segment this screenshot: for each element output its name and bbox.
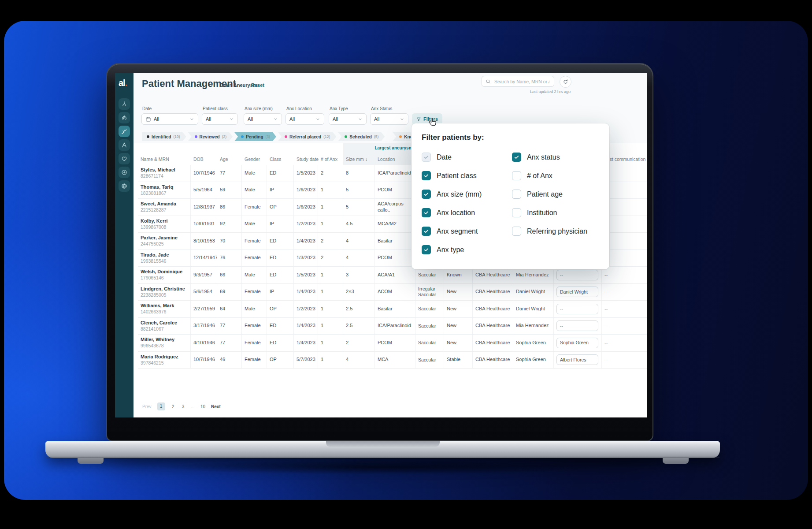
chevron-down-icon: [358, 117, 363, 122]
cell-phys: Sophia Green: [513, 352, 554, 369]
pill-count: (3): [266, 134, 270, 139]
assignee-input[interactable]: --: [556, 304, 598, 314]
assignee-input[interactable]: --: [556, 270, 598, 280]
cell-pclass: ED: [267, 267, 294, 283]
filter-option-anx-type[interactable]: Anx type: [422, 245, 482, 254]
cell-num: 1: [318, 284, 343, 301]
sidebar-item-5[interactable]: [119, 153, 130, 164]
cell-loc: Basilar: [375, 301, 415, 317]
filter-dropdown-5[interactable]: All: [329, 113, 367, 125]
filter-option-anx-segment[interactable]: Anx segment: [422, 227, 482, 236]
pagination-prev[interactable]: Prev: [142, 404, 152, 409]
sidebar-item-2[interactable]: [119, 112, 130, 123]
filter-dropdown-3[interactable]: All: [244, 113, 282, 125]
pagination-page-2[interactable]: 2: [171, 404, 175, 409]
filter-option-date[interactable]: Date: [422, 153, 482, 162]
cell-study: 1/4/2023: [294, 233, 318, 250]
cell-assignee: Albert Flores: [554, 352, 602, 369]
patient-name: Thomas, Tariq: [141, 184, 190, 190]
cell-num: 1: [318, 182, 343, 199]
assignee-input[interactable]: Daniel Wright: [556, 287, 598, 297]
cell-study: 1/6/2023: [294, 182, 318, 199]
cell-gender: Male: [242, 267, 267, 283]
pagination-page-10[interactable]: 10: [200, 404, 205, 409]
status-pill-referral-placed[interactable]: Referral placed(12): [278, 132, 336, 141]
pagination: Prev123...10Next: [142, 402, 221, 410]
cell-study: 1/2/2023: [294, 301, 318, 317]
cell-name-mrn: Williams, Mark1402663976: [138, 301, 191, 317]
table-row[interactable]: Lindgren, Christine22382850055/6/195469F…: [138, 284, 647, 301]
cell-name-mrn: Maria Rodriguez397846215: [138, 352, 191, 369]
search-box[interactable]: [482, 76, 554, 87]
filter-option-patient-class[interactable]: Patient class: [422, 171, 482, 180]
column-header-8[interactable]: Size mm ↓: [343, 153, 375, 165]
cell-assignee: --: [554, 318, 602, 335]
patient-name: Clench, Carolee: [141, 320, 190, 326]
sidebar-item-1[interactable]: [119, 98, 130, 110]
cell-dob: 12/8/1937: [191, 199, 217, 216]
search-input[interactable]: [493, 78, 550, 85]
cell-pclass: OP: [267, 352, 294, 369]
chevron-down-icon: [189, 117, 194, 122]
pill-label: Identified: [152, 134, 171, 139]
sidebar-item-7[interactable]: [119, 180, 130, 192]
pagination-next[interactable]: Next: [211, 404, 221, 409]
status-pill-pending[interactable]: Pending(3): [234, 132, 276, 141]
status-pill-scheduled[interactable]: Scheduled(5): [338, 132, 385, 141]
assignee-input[interactable]: Albert Flores: [556, 354, 598, 365]
status-pill-reviewed[interactable]: Reviewed(2): [188, 132, 233, 141]
cell-study: 1/4/2023: [294, 335, 318, 351]
filter-dropdown-4[interactable]: All: [285, 113, 324, 125]
heart-icon: [121, 155, 128, 162]
cell-study: 1/4/2023: [294, 318, 318, 335]
sidebar-item-4[interactable]: [119, 139, 130, 151]
checkbox-checked-icon: [422, 190, 431, 199]
table-row[interactable]: Williams, Mark14026639762/27/195964MaleO…: [138, 301, 647, 318]
filter-dropdown-2[interactable]: All: [202, 113, 238, 125]
sidebar-item-3[interactable]: [119, 126, 130, 137]
cell-assignee: Daniel Wright: [554, 284, 602, 301]
status-pill-identified[interactable]: Identified(10): [142, 132, 186, 141]
refresh-button[interactable]: [560, 76, 571, 88]
filter-label-2: Patient class: [203, 106, 228, 111]
table-row[interactable]: Clench, Carolee8821410673/17/194677Femal…: [138, 318, 647, 335]
cell-num: 1: [318, 301, 343, 317]
assignee-input[interactable]: Sophia Green: [556, 338, 598, 348]
filter-option-patient-age[interactable]: Patient age: [512, 190, 587, 199]
filter-dropdown-1[interactable]: All: [141, 113, 198, 125]
cell-name-mrn: Sweet, Amanda2215128287: [138, 199, 191, 216]
cell-status: New: [444, 301, 473, 317]
cell-size: 2×3: [343, 284, 375, 301]
patient-name: Lindgren, Christine: [141, 286, 190, 292]
pagination-page-3[interactable]: 3: [181, 404, 185, 409]
filter-option-anx-size-mm-[interactable]: Anx size (mm): [422, 190, 482, 199]
cell-study: 1/5/2023: [294, 165, 318, 182]
column-header-2: DOB: [191, 153, 217, 165]
cell-study: 1/4/2023: [294, 284, 318, 301]
column-header-1: Name & MRN: [138, 153, 191, 165]
filter-label-3: Anx size (mm): [245, 106, 273, 111]
cell-phys: Mia Hernandez: [513, 318, 554, 335]
sidebar-item-6[interactable]: [119, 167, 130, 178]
cell-dob: 9/3/1957: [191, 267, 217, 283]
table-row[interactable]: Maria Rodriguez39784621510/7/194646Femal…: [138, 352, 647, 369]
cell-assignee: --: [554, 301, 602, 317]
filter-option--of-anx[interactable]: # of Anx: [512, 171, 587, 180]
filter-option-anx-status[interactable]: Anx status: [512, 153, 587, 162]
table-row[interactable]: Miller, Whitney9965436784/10/194677Femal…: [138, 335, 647, 352]
filter-option-referring-physician[interactable]: Referring physician: [512, 227, 587, 236]
filter-dropdown-6[interactable]: All: [370, 113, 408, 125]
reset-link[interactable]: Reset: [251, 82, 264, 88]
assignee-input[interactable]: --: [556, 320, 598, 331]
checkbox-label: Referring physician: [527, 227, 587, 235]
dropdown-value: All: [333, 116, 355, 122]
filter-option-institution[interactable]: Institution: [512, 208, 587, 217]
filter-option-anx-location[interactable]: Anx location: [422, 208, 482, 217]
cell-size: 4: [343, 352, 375, 369]
pill-count: (10): [173, 134, 180, 139]
patient-name: Welsh, Dominique: [141, 269, 190, 275]
cell-pclass: OP: [267, 199, 294, 216]
cell-gender: Female: [242, 352, 267, 369]
pagination-page-1[interactable]: 1: [157, 402, 165, 410]
laptop-foot-left: [78, 458, 104, 464]
